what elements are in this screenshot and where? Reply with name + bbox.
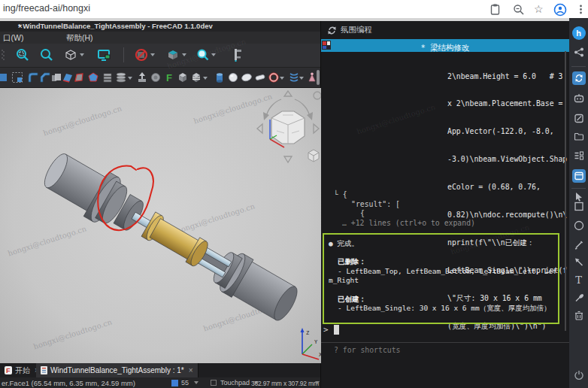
helix-icon[interactable] [287, 71, 300, 84]
star-icon[interactable]: ☆ [534, 3, 547, 16]
sphere-icon[interactable] [226, 71, 239, 84]
axonometric-cube-icon[interactable] [63, 47, 78, 62]
input-divider [321, 342, 569, 343]
session-title-bar[interactable]: * 梁结构修改 [321, 39, 569, 52]
axis-indicator: Z Y X [296, 326, 323, 362]
tool-result-block: └ { "result": [ { … +12 lines (ctrl+o to… [321, 190, 569, 228]
fillet-icon[interactable] [26, 71, 39, 84]
clip-plane-dropdown-caret[interactable] [150, 53, 155, 56]
extrude-icon[interactable] [135, 71, 148, 84]
robot-icon[interactable] [574, 93, 584, 103]
svg-text:Y: Y [314, 339, 318, 345]
zoom-dropdown-caret[interactable] [211, 53, 216, 56]
arrow-annotate-icon[interactable] [574, 257, 583, 267]
cylinder-icon[interactable] [213, 71, 226, 84]
slice-icon[interactable] [114, 71, 127, 84]
menu-help[interactable]: 帮助(H) [66, 33, 93, 44]
toolbar-grip[interactable] [1, 47, 5, 62]
freecad-menu-bar: 口(W) 帮助(H) [0, 32, 320, 44]
navigation-cube[interactable] [254, 89, 322, 165]
nav-cube-mini-cube [308, 150, 319, 162]
sidebar-divider [571, 66, 586, 67]
transformed-box-icon[interactable] [189, 71, 202, 84]
rect-shape-icon[interactable] [574, 202, 583, 211]
edit-note-icon[interactable] [574, 114, 583, 123]
vibe-coding-icon [327, 26, 337, 35]
freecad-window: * WindTunnelBalance_TightAssembly - Free… [0, 21, 321, 388]
tab-assembly[interactable]: WindTunnelBalance_TightAssembly : 1* × [36, 363, 199, 377]
face-icon[interactable] [72, 71, 85, 84]
clipboard-icon[interactable] [489, 3, 502, 16]
browser-bar: ing/freecad-ai/hongxi ☆ [0, 0, 588, 18]
terminal-panel: 氛围编程 * 梁结构修改 2\nbeam.Height = 6.0 # 3 x … [321, 21, 569, 388]
bullet-icon: ● [329, 239, 333, 247]
axonometric-dropdown-caret[interactable] [80, 53, 84, 56]
clip-plane-off-icon[interactable] [134, 47, 149, 62]
zoom-icon[interactable] [39, 47, 54, 62]
offset-icon[interactable] [149, 71, 162, 84]
tab-label: 开始 [15, 365, 30, 376]
sidebar-divider [571, 188, 586, 189]
tube-icon[interactable] [267, 71, 280, 84]
pen-icon[interactable] [574, 240, 583, 250]
shapestring-icon[interactable]: F [162, 71, 175, 84]
measure-icon[interactable] [229, 47, 244, 62]
watermark: hongxi@cloudtogo.cn [356, 102, 436, 135]
cursor-icon[interactable] [574, 192, 583, 202]
tab-close-button[interactable]: × [189, 366, 193, 374]
box-icon[interactable] [176, 71, 189, 84]
nav-style-label[interactable]: Touchpad [220, 379, 250, 386]
prompt-symbol: > [323, 325, 329, 335]
fit-screen-icon[interactable] [96, 47, 111, 62]
zoom-icon[interactable] [512, 3, 525, 16]
freecad-title-bar: * WindTunnelBalance_TightAssembly - Free… [0, 21, 320, 32]
ellipsoid-icon[interactable] [240, 71, 253, 84]
vibe-coding-icon[interactable] [572, 71, 586, 85]
menu-dots-icon[interactable] [574, 3, 587, 16]
profile-avatar-icon[interactable] [553, 3, 566, 16]
close-window-button[interactable]: × [18, 22, 317, 30]
document-tab-bar: F 开始 × WindTunnelBalance_TightAssembly :… [0, 363, 320, 377]
svg-text:F: F [6, 367, 11, 374]
task-list-icon[interactable] [574, 151, 583, 160]
3d-viewport[interactable]: hongxi@cloudtogo.cn hongxi@cloudtogo.cn … [0, 88, 321, 363]
terminal-app-title: 氛围编程 [341, 25, 372, 35]
zoom-box-icon[interactable] [15, 47, 30, 62]
zoom-swatch [171, 380, 178, 386]
text-tool-icon[interactable]: T [575, 274, 582, 286]
view-toolbar [0, 44, 320, 68]
svg-text:Z: Z [306, 330, 309, 336]
toolbar-scrollbar[interactable] [317, 70, 320, 85]
tube-dropdown-caret[interactable] [280, 77, 284, 80]
response-highlight-box: ● 完成。 已删除： - LeftBeam_Top, LeftBeam_Bott… [323, 233, 559, 324]
box-dropdown-caret[interactable] [203, 77, 208, 80]
capsule-icon[interactable] [253, 71, 266, 84]
ellipse-shape-icon[interactable] [574, 220, 584, 231]
helix-dropdown-caret[interactable] [299, 77, 304, 80]
user-avatar[interactable]: h [572, 26, 586, 40]
capture-window-icon[interactable] [572, 169, 586, 183]
power-icon[interactable] [574, 370, 583, 380]
trash-icon[interactable] [574, 311, 583, 320]
share-icon[interactable] [574, 47, 583, 57]
selection-box-icon[interactable] [11, 71, 23, 84]
slice-dropdown-caret[interactable] [128, 77, 132, 80]
zoom-level-caret[interactable] [194, 381, 199, 384]
toolbar-separator [123, 47, 124, 62]
cut-icon[interactable] [0, 71, 8, 84]
terminal-scrollbar[interactable] [565, 51, 566, 331]
screen: ing/freecad-ai/hongxi ☆ * WindTunnelBala… [0, 0, 588, 388]
nav-style-checkbox[interactable] [211, 380, 217, 386]
dimensions-caret[interactable] [315, 381, 320, 384]
menu-window[interactable]: 口(W) [3, 33, 23, 44]
clip-cube-dropdown-caret[interactable] [182, 53, 186, 56]
input-cursor[interactable] [334, 325, 339, 335]
folder-icon[interactable] [574, 132, 583, 141]
clip-cube-icon[interactable] [165, 47, 180, 62]
loft-icon[interactable] [86, 71, 99, 84]
expand-hint[interactable]: … +12 lines (ctrl+o to expand) [321, 219, 569, 229]
eyedropper-icon[interactable] [574, 293, 583, 303]
zoom-selection-icon[interactable] [195, 47, 211, 62]
cross-sections-icon[interactable] [101, 71, 114, 84]
console-window-icon [322, 41, 331, 50]
